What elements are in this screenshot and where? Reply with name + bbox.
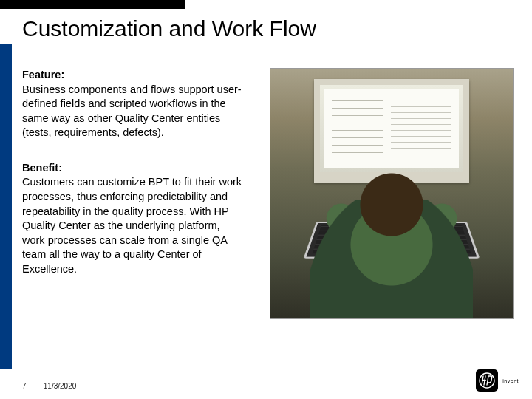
monitor-illustration	[314, 79, 469, 183]
page-number: 7	[22, 382, 41, 390]
hp-logo: invent	[476, 369, 519, 392]
feature-label: Feature:	[22, 69, 64, 81]
left-accent-bar	[0, 44, 12, 369]
benefit-block: Benefit: Customers can customize BPT to …	[22, 161, 244, 277]
corner-accent	[0, 0, 185, 9]
slide-title: Customization and Work Flow	[22, 16, 316, 41]
body-text: Feature: Business components and flows s…	[22, 68, 244, 297]
benefit-label: Benefit:	[22, 162, 62, 174]
hp-logo-icon	[476, 369, 498, 392]
hp-logo-word: invent	[502, 378, 519, 383]
benefit-text: Customers can customize BPT to fit their…	[22, 176, 242, 274]
footer-date: 11/3/2020	[44, 382, 77, 390]
slide-footer: 7 11/3/2020	[22, 382, 76, 390]
svg-point-0	[480, 373, 494, 388]
feature-block: Feature: Business components and flows s…	[22, 68, 244, 140]
feature-text: Business components and flows support us…	[22, 83, 242, 139]
person-hair	[359, 172, 424, 237]
slide-image	[270, 68, 514, 319]
